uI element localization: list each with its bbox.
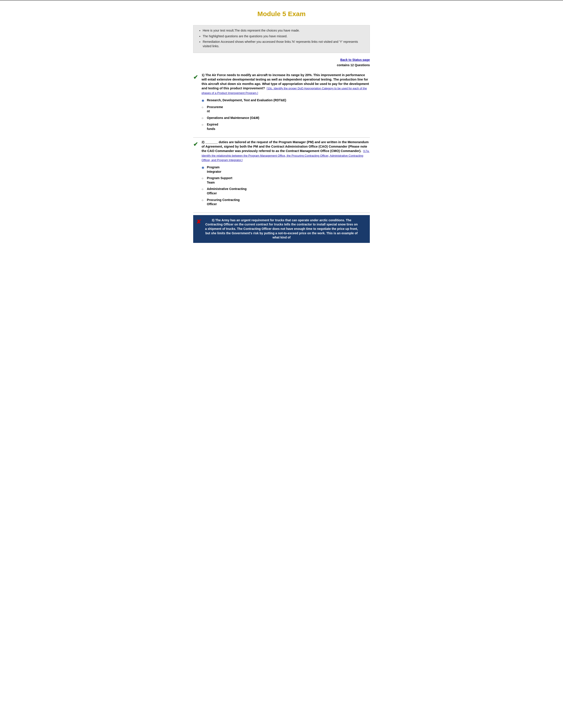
q2-radio-4[interactable]: ○ (201, 198, 205, 203)
q3-highlighted-block: ✘ 3) The Army has an urgent requirement … (193, 215, 370, 243)
q3-text: 3) The Army has an urgent requirement fo… (205, 218, 358, 239)
q1-option-3-label: Operations and Maintenance (O&M) (207, 116, 259, 120)
q1-option-3: ○ Operations and Maintenance (O&M) (201, 116, 370, 120)
info-list: Here is your test result.The dots repres… (198, 28, 365, 48)
q1-option-4: ○ Expiredfunds (201, 122, 370, 131)
question-count: contains 12 Questions (193, 63, 370, 68)
q1-number: 1) (201, 73, 205, 77)
divider-2 (193, 213, 370, 213)
q2-ref-link[interactable]: [17a. Identify the relationship between … (201, 149, 370, 162)
q2-radio-2[interactable]: ○ (201, 176, 205, 181)
q2-options: ◉ ProgramIntegrator ○ Program SupportTea… (193, 165, 370, 206)
back-to-status-link[interactable]: Back to Status page (340, 58, 370, 62)
q1-radio-4[interactable]: ○ (201, 123, 205, 127)
q1-option-4-label: Expiredfunds (207, 122, 218, 131)
correct-icon-q1: ✔ (193, 73, 199, 81)
q1-option-1: ◉ Research, Development, Test and Evalua… (201, 98, 370, 103)
q2-radio-3[interactable]: ○ (201, 187, 205, 191)
question-1: ✔ 1) The Air Force needs to modify an ai… (193, 73, 370, 131)
question-1-text: 1) The Air Force needs to modify an airc… (201, 73, 370, 95)
question-2: ✔ 2) _______ duties are tailored at the … (193, 140, 370, 206)
q1-ref-link[interactable]: [10c. Identify the proper DoD Appropriat… (201, 87, 367, 94)
info-item-1: Here is your test result.The dots repres… (203, 28, 365, 33)
q2-number: 2) (201, 140, 205, 144)
question-3: ✘ 3) The Army has an urgent requirement … (193, 215, 370, 243)
q2-option-2: ○ Program SupportTeam (201, 176, 370, 185)
q1-radio-2[interactable]: ○ (201, 105, 205, 110)
q1-radio-3[interactable]: ○ (201, 116, 205, 120)
q2-option-2-label: Program SupportTeam (207, 176, 232, 185)
q1-option-2-label: Procurement (207, 105, 223, 114)
incorrect-icon-q3: ✘ (196, 218, 201, 226)
q2-option-1: ◉ ProgramIntegrator (201, 165, 370, 174)
q2-option-3: ○ Administrative ContractingOfficer (201, 187, 370, 195)
info-item-3: Remediation Accessed shows whether you a… (203, 40, 365, 48)
q1-radio-1[interactable]: ◉ (201, 98, 205, 103)
divider-1 (193, 137, 370, 138)
q2-radio-1[interactable]: ◉ (201, 165, 205, 170)
page-title: Module 5 Exam (193, 9, 370, 19)
q1-options: ◉ Research, Development, Test and Evalua… (193, 98, 370, 131)
question-2-text: 2) _______ duties are tailored at the re… (201, 140, 370, 162)
q2-option-1-label: ProgramIntegrator (207, 165, 221, 174)
q1-option-2: ○ Procurement (201, 105, 370, 114)
info-box: Here is your test result.The dots repres… (193, 25, 370, 53)
q2-option-3-label: Administrative ContractingOfficer (207, 187, 246, 195)
correct-icon-q2: ✔ (193, 140, 199, 148)
info-item-2: The highlighted questions are the questi… (203, 34, 365, 39)
q2-option-4-label: Procuring ContractingOfficer (207, 198, 240, 206)
q1-option-1-label: Research, Development, Test and Evaluati… (207, 98, 286, 103)
q2-option-4: ○ Procuring ContractingOfficer (201, 198, 370, 206)
